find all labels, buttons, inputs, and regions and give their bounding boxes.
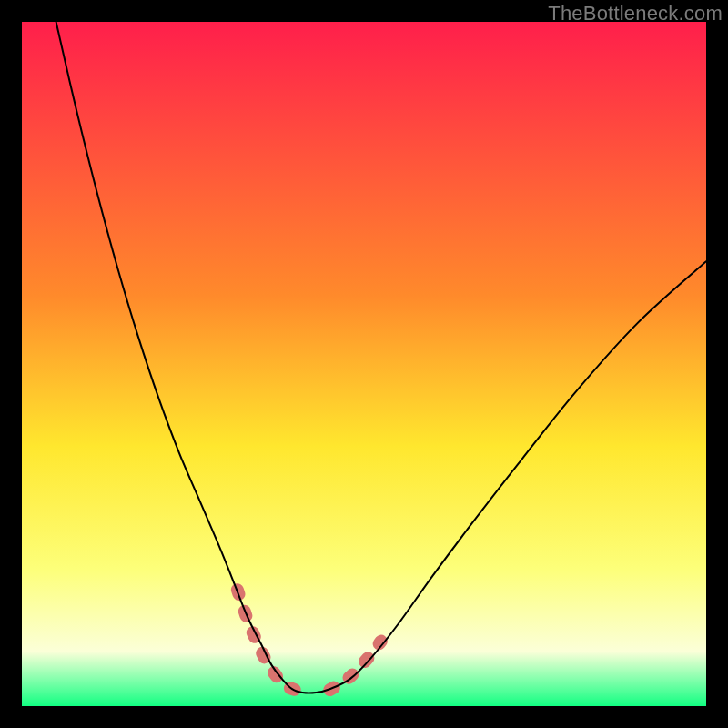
- chart-frame: [22, 22, 706, 706]
- chart-background: [22, 22, 706, 706]
- chart-svg: [22, 22, 706, 706]
